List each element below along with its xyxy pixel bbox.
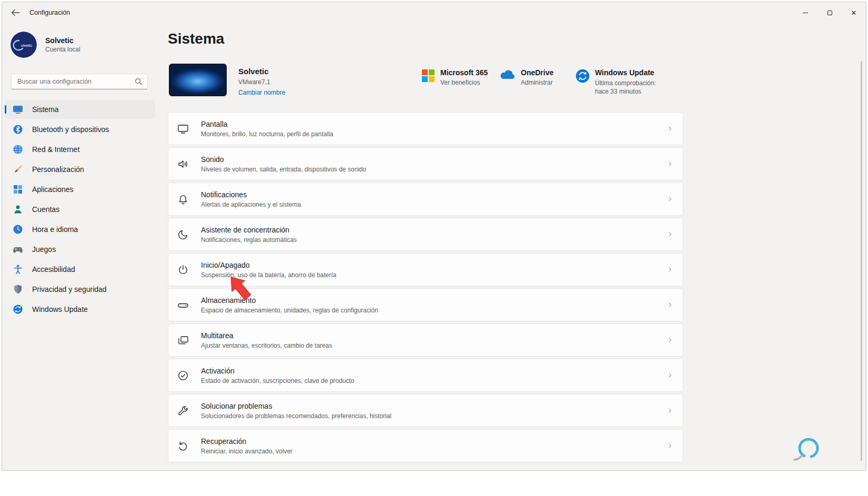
microsoft-365-icon [421, 69, 435, 86]
moon-icon [177, 228, 189, 241]
sidebar-item-juegos[interactable]: Juegos [5, 240, 155, 259]
setting-subtitle: Reiniciar, inicio avanzado, volver [201, 448, 292, 455]
wrench-icon [177, 404, 189, 417]
setting-subtitle: Estado de activación, suscripciones, cla… [201, 377, 355, 384]
sidebar-item-aplicaciones[interactable]: Aplicaciones [5, 180, 155, 199]
settings-row-sonido[interactable]: Sonido Niveles de volumen, salida, entra… [168, 147, 683, 180]
sidebar-item-hora-idioma[interactable]: Hora e idioma [5, 220, 155, 239]
sidebar-item-red-internet[interactable]: Red & Internet [5, 140, 155, 159]
setting-title: Solucionar problemas [201, 402, 391, 410]
device-header: Solvetic VMware7,1 Cambiar nombre [169, 64, 285, 96]
power-icon [177, 264, 189, 276]
close-button[interactable]: ✕ [842, 2, 866, 23]
chevron-right-icon [667, 372, 673, 379]
rename-device-link[interactable]: Cambiar nombre [238, 89, 285, 96]
quick-card-subtitle: Última comprobación: hace 33 minutos [595, 79, 670, 96]
chevron-right-icon [667, 125, 673, 132]
sidebar-item-label: Sistema [32, 105, 59, 114]
sidebar-item-accesibilidad[interactable]: Accesibilidad [5, 260, 155, 279]
settings-list: Pantalla Monitores, brillo, luz nocturna… [168, 112, 683, 464]
back-button[interactable] [5, 5, 25, 21]
active-indicator [5, 105, 6, 114]
sidebar-item-label: Juegos [32, 245, 56, 254]
settings-row-activacion[interactable]: Activación Estado de activación, suscrip… [168, 359, 683, 392]
chevron-right-icon [667, 266, 673, 273]
sidebar-item-label: Windows Update [32, 305, 88, 313]
quick-card-title: Windows Update [595, 68, 670, 77]
setting-subtitle: Espacio de almacenamiento, unidades, reg… [201, 307, 378, 314]
display-icon [177, 123, 189, 135]
device-model: VMware7,1 [238, 78, 285, 86]
setting-subtitle: Monitores, brillo, luz nocturna, perfil … [201, 130, 333, 138]
maximize-button[interactable] [817, 2, 842, 23]
setting-subtitle: Ajustar ventanas, escritorios, cambio de… [201, 342, 332, 349]
windows-update-card[interactable]: Windows Update Última comprobación: hace… [576, 68, 670, 96]
setting-subtitle: Suspensión, uso de la batería, ahorro de… [201, 271, 337, 279]
screenshot-stage: Configuración ✕ olvetic Solvetic Cuenta … [0, 0, 868, 496]
quick-card-subtitle: Administrar [521, 79, 553, 86]
sidebar-item-sistema[interactable]: Sistema [5, 100, 155, 119]
chevron-right-icon [667, 231, 673, 238]
account-type: Cuenta local [45, 46, 80, 53]
bluetooth-icon [13, 124, 23, 135]
sidebar-item-label: Aplicaciones [32, 185, 74, 194]
chevron-right-icon [667, 160, 673, 167]
system-icon [13, 104, 23, 115]
setting-title: Activación [201, 367, 355, 375]
svg-text:olvetic: olvetic [21, 43, 33, 48]
apps-icon [13, 184, 23, 195]
page-title: Sistema [168, 31, 224, 47]
bell-icon [177, 193, 189, 206]
search-icon [135, 78, 142, 85]
chevron-right-icon [667, 337, 673, 343]
windows-update-badge-icon [576, 69, 590, 96]
setting-subtitle: Alertas de aplicaciones y el sistema [201, 201, 301, 208]
search-box[interactable] [11, 74, 148, 89]
sidebar-item-personalizacion[interactable]: Personalización [5, 160, 155, 179]
onedrive-card[interactable]: OneDrive Administrar [499, 68, 553, 86]
accessibility-icon [13, 264, 23, 275]
sidebar-item-cuentas[interactable]: Cuentas [5, 200, 155, 219]
sidebar-item-label: Hora e idioma [32, 225, 78, 234]
setting-title: Notificaciones [201, 190, 301, 199]
setting-title: Asistente de concentración [201, 226, 297, 234]
settings-window: Configuración ✕ olvetic Solvetic Cuenta … [2, 2, 866, 471]
personalization-brush-icon [13, 164, 23, 175]
settings-row-multitarea[interactable]: Multitarea Ajustar ventanas, escritorios… [168, 323, 683, 357]
sidebar-nav: Sistema Bluetooth y dispositivos [5, 100, 155, 320]
sidebar-item-privacidad[interactable]: Privacidad y seguridad [5, 280, 155, 299]
settings-row-pantalla[interactable]: Pantalla Monitores, brillo, luz nocturna… [168, 112, 683, 145]
storage-icon [177, 299, 189, 311]
settings-row-almacenamiento[interactable]: Almacenamiento Espacio de almacenamiento… [168, 288, 683, 321]
sidebar-item-label: Privacidad y seguridad [32, 285, 107, 293]
settings-row-recuperacion[interactable]: Recuperación Reiniciar, inicio avanzado,… [168, 429, 683, 462]
quick-card-title: OneDrive [521, 68, 553, 77]
sidebar-item-windows-update[interactable]: Windows Update [5, 300, 155, 319]
sidebar-item-label: Accesibilidad [32, 265, 75, 274]
gamepad-icon [13, 244, 23, 255]
quick-card-title: Microsoft 365 [440, 68, 488, 77]
search-input[interactable] [12, 74, 135, 89]
settings-row-solucionar-problemas[interactable]: Solucionar problemas Solucionadores de p… [168, 394, 683, 427]
sidebar-item-label: Cuentas [32, 205, 59, 214]
device-wallpaper-thumbnail [169, 64, 227, 96]
chevron-right-icon [667, 196, 673, 203]
sidebar-item-bluetooth[interactable]: Bluetooth y dispositivos [5, 120, 155, 139]
setting-title: Almacenamiento [201, 296, 378, 305]
titlebar: Configuración ✕ [2, 2, 866, 23]
microsoft-365-card[interactable]: Microsoft 365 Ver beneficios [421, 68, 488, 86]
setting-title: Recuperación [201, 437, 292, 446]
settings-row-notificaciones[interactable]: Notificaciones Alertas de aplicaciones y… [168, 183, 683, 216]
avatar: olvetic [11, 32, 37, 58]
setting-subtitle: Niveles de volumen, salida, entrada, dis… [201, 166, 366, 173]
settings-row-asistente-concentracion[interactable]: Asistente de concentración Notificacione… [168, 218, 683, 251]
minimize-button[interactable] [793, 2, 817, 23]
sidebar-item-label: Bluetooth y dispositivos [32, 125, 109, 134]
settings-row-inicio-apagado[interactable]: Inicio/Apagado Suspensión, uso de la bat… [168, 253, 683, 286]
scrollbar[interactable] [861, 61, 862, 461]
setting-title: Sonido [201, 155, 366, 164]
close-icon: ✕ [851, 9, 857, 16]
user-account-block: olvetic Solvetic Cuenta local [2, 23, 160, 58]
multitask-icon [177, 334, 189, 347]
windows-update-icon [13, 304, 23, 315]
